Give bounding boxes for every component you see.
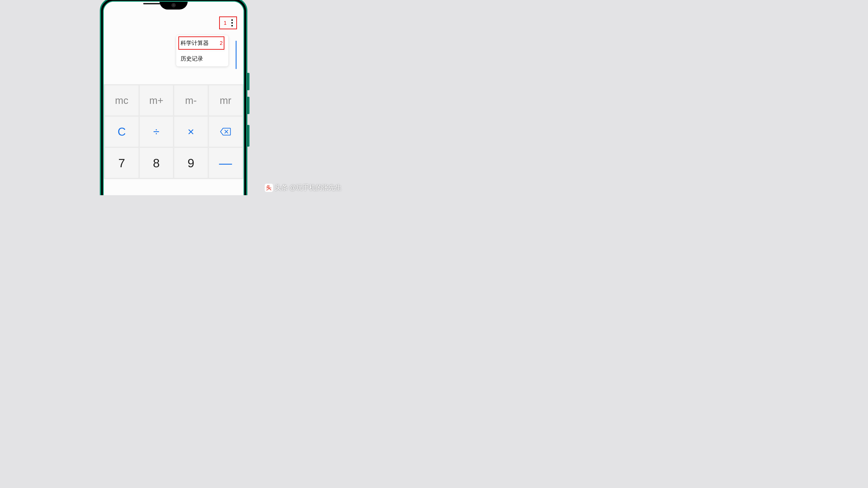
phone-screen-border: 1 科学计算器 2 — [103, 1, 244, 195]
calculator-keypad: mc m+ m- mr C ÷ × 7 8 9 — — [104, 84, 244, 179]
key-clear[interactable]: C — [105, 117, 138, 147]
menu-item-label: 科学计算器 — [181, 39, 209, 47]
more-options-button[interactable] — [229, 19, 235, 27]
calculator-app-screen: 1 科学计算器 2 — [104, 2, 244, 195]
more-options-menu: 科学计算器 2 历史记录 — [176, 35, 228, 66]
volume-down-button — [247, 97, 250, 114]
power-button — [247, 125, 250, 147]
more-dots-icon — [231, 25, 233, 27]
key-9[interactable]: 9 — [174, 148, 208, 178]
calculator-display: 1 科学计算器 2 — [104, 2, 244, 84]
watermark-author: @玩手机的张先生 — [289, 183, 342, 192]
menu-item-history[interactable]: 历史记录 — [176, 51, 228, 66]
watermark-brand: 头条 — [275, 183, 288, 192]
menu-item-label: 历史记录 — [181, 55, 203, 62]
key-memory-plus[interactable]: m+ — [140, 86, 173, 116]
display-notch — [159, 1, 188, 9]
annotation-marker-1: 1 — [224, 20, 226, 26]
volume-up-button — [247, 73, 250, 90]
front-camera — [172, 3, 176, 7]
key-7[interactable]: 7 — [105, 148, 138, 178]
key-minus[interactable]: — — [209, 148, 242, 178]
key-divide[interactable]: ÷ — [140, 117, 173, 147]
more-dots-icon — [231, 19, 233, 21]
key-backspace[interactable] — [209, 117, 242, 147]
backspace-icon — [220, 128, 231, 135]
key-multiply[interactable]: × — [174, 117, 208, 147]
key-memory-minus[interactable]: m- — [174, 86, 208, 116]
key-memory-recall[interactable]: mr — [209, 86, 242, 116]
phone-frame: 1 科学计算器 2 — [100, 0, 247, 195]
menu-item-scientific-calculator[interactable]: 科学计算器 2 — [176, 35, 228, 51]
annotation-box-1: 1 — [219, 17, 237, 29]
key-8[interactable]: 8 — [140, 148, 173, 178]
annotation-marker-2: 2 — [220, 40, 223, 46]
toutiao-logo-icon: 头 — [265, 184, 273, 192]
key-memory-clear[interactable]: mc — [105, 86, 138, 116]
text-cursor — [236, 41, 237, 69]
watermark: 头 头条 @玩手机的张先生 — [265, 183, 342, 192]
notch-area — [104, 2, 244, 8]
phone-side-buttons — [247, 73, 250, 153]
more-dots-icon — [231, 22, 233, 24]
